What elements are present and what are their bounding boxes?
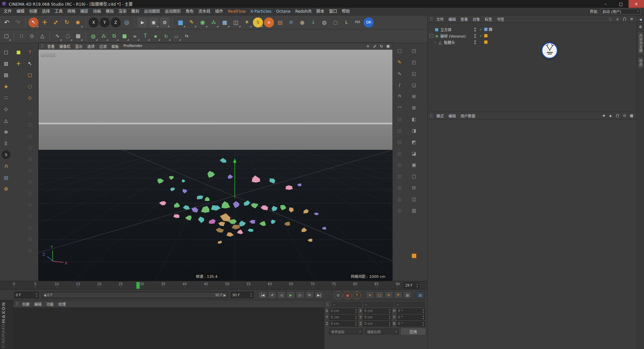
settings-icon[interactable]: ⚙ [638, 24, 644, 30]
motext-icon[interactable]: T [141, 32, 150, 41]
workplane-mode-icon[interactable]: ◈ [2, 82, 10, 91]
cube-op-icon[interactable]: ◱ [410, 69, 418, 78]
side-tab-内容浏览器[interactable]: 内容浏览器 [637, 31, 644, 55]
timeline-ruler[interactable]: 051015202530354045505560657075808590 29 … [0, 281, 427, 290]
coord-field-Y[interactable]: 0 cm▴▾ [329, 315, 358, 320]
cube-op-icon[interactable]: ◪ [410, 149, 418, 158]
menu-工具[interactable]: 工具 [52, 8, 65, 15]
goto-end-button[interactable]: ▶| [315, 291, 323, 299]
prev-frame-button[interactable]: ◁ [277, 291, 286, 299]
cube-op-icon[interactable]: ▥ [410, 206, 418, 215]
visibility-dots[interactable] [472, 40, 478, 44]
volume-builder-icon[interactable]: ⧉ [109, 32, 119, 41]
menu-捕捉[interactable]: 捕捉 [78, 8, 91, 15]
minimize-button[interactable]: – [598, 0, 613, 8]
viewport-canvas[interactable]: YXZ 查看摄像机显示选项过滤面板ProRender +↔↻▣ 透视视图 帧速 … [39, 43, 392, 281]
palette-grip[interactable] [430, 17, 433, 21]
structure-tool-icon[interactable]: ▤ [395, 206, 404, 215]
viewport-menu-过滤[interactable]: 过滤 [97, 44, 109, 49]
snap-magnet-icon[interactable]: ∪ [2, 162, 10, 170]
record-pla-icon[interactable]: ▦ [403, 291, 412, 299]
help-icon[interactable]: ? [25, 48, 34, 56]
menu-RealFlow[interactable]: RealFlow [225, 8, 248, 15]
structure-item-icon[interactable]: ▤ [25, 132, 34, 140]
generator-cluster-icon[interactable]: ⁂ [209, 17, 219, 28]
cube-op-icon[interactable]: ◲ [410, 81, 418, 89]
realflow-mesh-icon[interactable]: ▤ [275, 17, 285, 28]
cube-op-icon[interactable]: ⊞ [410, 92, 418, 101]
object-label[interactable]: 骷髅头 [444, 40, 455, 45]
cube-op-icon[interactable]: ◳ [410, 46, 418, 55]
attribute-menu-用户数据[interactable]: 用户数据 [458, 113, 478, 118]
cube-op-icon[interactable]: ▢ [410, 172, 418, 181]
live-selection-icon[interactable]: ↖ [29, 17, 39, 28]
coord-field-X[interactable]: 0 cm▴▾ [363, 308, 391, 314]
visibility-dots[interactable] [472, 34, 478, 38]
viewport-menu-面板[interactable]: 面板 [109, 44, 121, 49]
selection-ring-icon[interactable]: ◌ [330, 17, 340, 28]
structure-item-icon[interactable]: ▥ [25, 143, 34, 152]
sculpt-brush-icon[interactable]: ∿ [395, 69, 404, 78]
floor-icon[interactable]: ▦ [220, 17, 230, 28]
apply-button[interactable]: 应用 [401, 329, 425, 335]
cube-op-icon[interactable]: ◧ [410, 115, 418, 123]
select-arrow-icon[interactable]: ↖ [25, 59, 34, 68]
structure-tool-icon[interactable]: ▤ [395, 160, 404, 169]
coord-field-Z[interactable]: 0 cm▴▾ [329, 321, 358, 327]
goto-start-button[interactable]: |◀ [258, 291, 267, 299]
solo-mode-icon[interactable]: S [2, 150, 10, 159]
render-picture-viewer-icon[interactable]: ▣ [149, 17, 159, 28]
spline-pen-icon[interactable]: ∿ [53, 32, 62, 41]
wireframe-tool-icon[interactable]: ▢ [395, 46, 404, 55]
cube-op-icon[interactable]: ◩ [410, 138, 418, 146]
object-label[interactable]: 立方体 [440, 27, 451, 32]
prev-key-button[interactable]: ↺ [268, 291, 276, 299]
texture-mode-icon[interactable]: ▨ [2, 70, 10, 79]
structure-item-icon[interactable]: ▥ [25, 166, 34, 174]
layer-lock-icon[interactable]: ▤ [2, 173, 10, 182]
poly-selection-icon[interactable]: ◇ [25, 93, 34, 102]
material-sphere-icon[interactable]: ● [297, 17, 307, 28]
polygons-mode-icon[interactable]: △ [2, 116, 10, 125]
next-frame-button[interactable]: ▷ [296, 291, 305, 299]
menu-Redshift[interactable]: Redshift [293, 8, 314, 15]
structure-item-icon[interactable]: ▥ [25, 211, 34, 220]
redo-icon[interactable]: ↷ [13, 17, 23, 28]
xpresso-icon[interactable]: fx [182, 32, 192, 41]
play-button[interactable]: ▶ [286, 291, 295, 299]
size-mode-select[interactable]: 缩放比例▾ [365, 329, 399, 335]
visibility-dots[interactable] [472, 28, 478, 32]
menu-渲染[interactable]: 渲染 [116, 8, 129, 15]
menu-流水线[interactable]: 流水线 [196, 8, 213, 15]
material-menu-创建[interactable]: 创建 [20, 301, 32, 307]
structure-tool-icon[interactable]: ▥ [395, 149, 404, 158]
jb-plugin-icon[interactable]: JB [286, 17, 296, 28]
object-tag[interactable] [484, 34, 488, 38]
viewport-menu-显示[interactable]: 显示 [73, 44, 85, 49]
cube-op-icon[interactable]: ▣ [410, 160, 418, 169]
menu-窗口[interactable]: 窗口 [327, 8, 339, 15]
menu-脚本[interactable]: 脚本 [314, 8, 327, 15]
viewport-menu-查看[interactable]: 查看 [45, 44, 57, 49]
record-rotation-icon[interactable]: ↻ [384, 291, 393, 299]
lock-icon[interactable]: ⋂ [622, 16, 628, 22]
expander-icon[interactable]: − [430, 34, 433, 38]
polygons-mode-icon[interactable]: △ [38, 32, 47, 41]
autokey-button[interactable]: ◉ [343, 291, 352, 299]
viewport-menu-选项[interactable]: 选项 [85, 44, 97, 49]
sky-icon[interactable]: S [253, 17, 263, 28]
structure-tool-icon[interactable]: ▥ [395, 172, 404, 181]
spline-wrap-icon[interactable]: ↻ [161, 32, 171, 41]
render-view-icon[interactable]: ▶ [138, 17, 148, 28]
structure-tool-icon[interactable]: ▤ [395, 183, 404, 192]
lathe-icon[interactable]: ⌓ [172, 32, 181, 41]
cube-op-icon[interactable]: ◫ [410, 195, 418, 203]
coord-field-X[interactable]: 0 cm▴▾ [329, 308, 358, 314]
pen-spline-icon[interactable]: ✎ [186, 17, 197, 28]
sculpt-pencil-icon[interactable]: ✎ [395, 58, 404, 66]
object-menu-标签[interactable]: 标签 [482, 16, 494, 22]
timeline-window-icon[interactable]: ▤ [416, 291, 425, 299]
keyframe-selection-button[interactable]: ? [353, 291, 361, 299]
enabled-check[interactable]: ✓ [478, 28, 484, 31]
rotate-view-icon[interactable]: ↻ [378, 43, 384, 49]
